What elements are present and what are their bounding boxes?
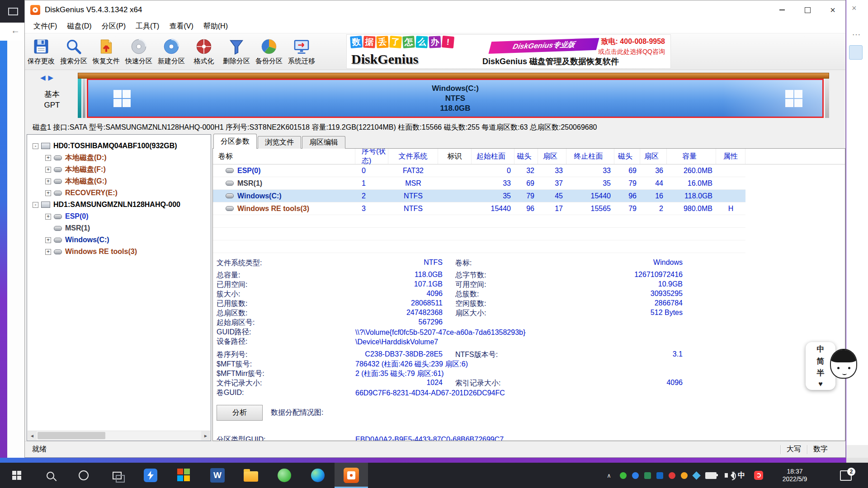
table-row-msr[interactable]: MSR(1) 1 MSR 33 69 37 35 79 44 16.0MB [213, 177, 745, 190]
tab-sector-editor[interactable]: 扇区编辑 [302, 136, 345, 149]
search-button[interactable] [33, 463, 67, 488]
taskbar-app-blue[interactable] [134, 463, 167, 488]
task-view-button[interactable] [100, 463, 134, 488]
expand-icon[interactable]: + [45, 178, 51, 184]
expand-icon[interactable]: + [45, 237, 51, 243]
close-button[interactable]: × [820, 0, 845, 19]
ime-mode-halfwidth[interactable]: 半 [817, 368, 825, 378]
battery-indicator[interactable] [703, 463, 719, 488]
system-migration-button[interactable]: 系统迁移 [285, 34, 318, 69]
expand-icon[interactable]: + [45, 190, 51, 196]
tree-item-recovery-e[interactable]: + RECOVERY(E:) [27, 187, 211, 199]
new-partition-button[interactable]: 新建分区 [155, 34, 188, 69]
desktop-wallpaper-bottom [0, 458, 868, 463]
scroll-right-icon[interactable]: ► [201, 431, 210, 440]
recover-files-button[interactable]: 恢复文件 [90, 34, 123, 69]
blue-circle-icon [632, 472, 639, 479]
taskbar-file-explorer[interactable] [234, 463, 268, 488]
quick-partition-button[interactable]: 快速分区 [123, 34, 155, 69]
scroll-left-icon[interactable]: ◄ [28, 431, 37, 440]
tree-item-hd1[interactable]: - HD1:SAMSUNGMZNLN128HAHQ-000 [27, 199, 211, 211]
disk-nav-arrows[interactable]: ◀▶ [40, 74, 56, 82]
menu-help[interactable]: 帮助(H) [198, 19, 233, 33]
table-row-windows-c[interactable]: Windows(C:) 2 NTFS 35 79 45 15440 96 16 … [213, 190, 745, 202]
volume-indicator[interactable] [719, 463, 733, 488]
format-button[interactable]: 格式化 [188, 34, 220, 69]
ad-banner[interactable]: 数据 丢了 怎么 办! DiskGenius DiskGenius专业版 Dis… [346, 34, 671, 69]
recover-files-icon [97, 38, 115, 56]
taskbar-edge[interactable] [301, 463, 335, 488]
ad-qq-link[interactable]: 或点击此处选择QQ咨询 [598, 48, 665, 56]
collapse-icon[interactable]: - [33, 202, 38, 208]
save-changes-button[interactable]: 保存更改 [25, 34, 57, 69]
tree-item-local-d[interactable]: + 本地磁盘(D:) [27, 152, 211, 164]
tree-item-local-f[interactable]: + 本地磁盘(F:) [27, 164, 211, 175]
analyze-button[interactable]: 分析 [217, 405, 263, 421]
cortana-button[interactable] [67, 463, 100, 488]
tree-horizontal-scrollbar[interactable]: ◄ ► [28, 431, 210, 440]
tray-icon-2[interactable] [629, 463, 642, 488]
close-icon[interactable]: × [852, 4, 857, 13]
tab-partition-parameters[interactable]: 分区参数 [213, 134, 257, 149]
minimize-button[interactable] [769, 0, 795, 19]
tree-item-esp[interactable]: + ESP(0) [27, 211, 211, 222]
more-options-icon[interactable]: … [852, 27, 861, 38]
menu-disk[interactable]: 磁盘(D) [62, 19, 96, 33]
taskbar-clock[interactable]: 18:37 2022/5/9 [768, 468, 822, 483]
scrollbar-thumb[interactable] [849, 45, 863, 60]
sogou-input-icon[interactable] [750, 463, 768, 488]
expand-icon[interactable]: + [45, 155, 51, 161]
start-button[interactable] [0, 463, 33, 488]
task-view-icon [113, 472, 122, 479]
collapse-icon[interactable]: - [33, 143, 38, 149]
expand-icon[interactable]: + [45, 249, 51, 255]
ime-mode-simplified[interactable]: 简 [817, 356, 825, 366]
background-window-right: × … [846, 0, 868, 458]
tree-item-hd0[interactable]: - HD0:TOSHIBAMQ04ABF100(932GB) [27, 140, 211, 152]
ime-mode-chinese[interactable]: 中 [817, 344, 825, 354]
cortana-icon [79, 470, 89, 480]
action-center-button[interactable]: 2 [822, 463, 868, 488]
tree-item-msr[interactable]: MSR(1) [27, 222, 211, 234]
windows-c-partition-block[interactable]: Windows(C:) NTFS 118.0GB [87, 79, 824, 118]
tray-icon-1[interactable] [617, 463, 629, 488]
search-partition-button[interactable]: 搜索分区 [57, 34, 90, 69]
menu-file[interactable]: 文件(F) [28, 19, 62, 33]
tray-icon-3[interactable] [642, 463, 654, 488]
taskbar-diskgenius[interactable] [335, 463, 368, 488]
scrollbar-thumb[interactable] [38, 432, 105, 439]
tree-item-windows-re[interactable]: + Windows RE tools(3) [27, 246, 211, 258]
delete-partition-icon [227, 38, 245, 56]
menu-view[interactable]: 查看(V) [164, 19, 198, 33]
maximize-button[interactable] [795, 0, 820, 19]
backup-partition-icon [260, 38, 278, 56]
table-row-esp[interactable]: ESP(0) 0 FAT32 0 32 33 33 69 36 260.0MB [213, 164, 745, 177]
taskbar-app-tiles[interactable] [167, 463, 201, 488]
tray-icon-6[interactable] [678, 463, 690, 488]
menu-tools[interactable]: 工具(T) [131, 19, 164, 33]
tab-browse-files[interactable]: 浏览文件 [258, 136, 301, 149]
back-arrow-icon[interactable]: ← [11, 25, 20, 36]
menu-partition[interactable]: 分区(P) [97, 19, 131, 33]
tray-icon-5[interactable] [666, 463, 678, 488]
tray-icon-7[interactable] [690, 463, 703, 488]
table-row-windows-re[interactable]: Windows RE tools(3) 3 NTFS 15440 96 17 1… [213, 202, 745, 215]
heart-icon[interactable]: ♥ [818, 380, 823, 388]
expand-icon[interactable]: + [45, 214, 51, 220]
delete-partition-button[interactable]: 删除分区 [220, 34, 253, 69]
tree-item-windows-c[interactable]: + Windows(C:) [27, 234, 211, 246]
esp-partition-block[interactable] [78, 79, 81, 118]
taskbar-word[interactable]: W [201, 463, 234, 488]
tray-icon-4[interactable] [654, 463, 666, 488]
ime-mascot[interactable] [830, 349, 857, 380]
backup-partition-button[interactable]: 备份分区 [253, 34, 285, 69]
recovery-partition-block[interactable] [825, 79, 829, 118]
taskbar-browser-green[interactable] [268, 463, 301, 488]
background-window-toolbar: ← [0, 23, 24, 41]
expand-icon[interactable]: + [45, 167, 51, 173]
mascot-face [830, 349, 857, 379]
msr-partition-block[interactable] [83, 79, 85, 118]
partition-icon [226, 206, 234, 211]
hidden-icons-chevron[interactable]: ∧ [601, 472, 617, 479]
tree-item-local-g[interactable]: + 本地磁盘(G:) [27, 175, 211, 187]
